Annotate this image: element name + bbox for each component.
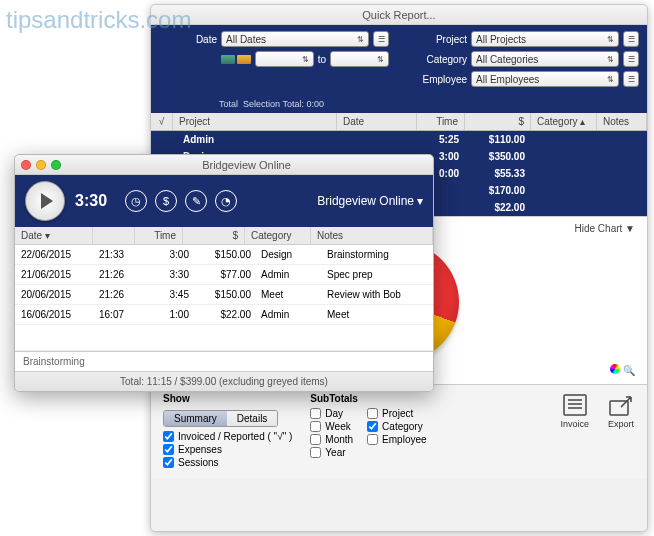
export-button[interactable]: Export bbox=[607, 393, 635, 429]
list-icon[interactable]: ☰ bbox=[623, 51, 639, 67]
chevron-down-icon: ▾ bbox=[417, 194, 423, 208]
options-panel: Show Summary Details Invoiced / Reported… bbox=[151, 385, 647, 478]
show-heading: Show bbox=[163, 393, 292, 404]
close-icon[interactable] bbox=[21, 160, 31, 170]
zoom-icon[interactable] bbox=[51, 160, 61, 170]
col-amount[interactable]: $ bbox=[183, 227, 245, 244]
table-row[interactable]: 20/06/201521:263:45$150.00MeetReview wit… bbox=[15, 285, 433, 305]
col-project[interactable]: Project bbox=[173, 113, 337, 130]
chk-category[interactable]: Category bbox=[367, 421, 426, 432]
list-icon[interactable]: ☰ bbox=[373, 31, 389, 47]
table-row[interactable]: 21/06/201521:263:30$77.00AdminSpec prep bbox=[15, 265, 433, 285]
table-row[interactable]: 22/06/201521:333:00$150.00DesignBrainsto… bbox=[15, 245, 433, 265]
chevron-updown-icon: ⇅ bbox=[357, 35, 364, 44]
clock-icon[interactable]: ◷ bbox=[125, 190, 147, 212]
sort-asc-icon: ▴ bbox=[580, 116, 585, 127]
employee-label: Employee bbox=[409, 74, 467, 85]
chk-year[interactable]: Year bbox=[310, 447, 353, 458]
selection-total: Total Selection Total: 0:00 bbox=[151, 97, 647, 113]
watermark: tipsandtricks.com bbox=[6, 6, 191, 34]
chk-invoiced[interactable]: Invoiced / Reported ( "√" ) bbox=[163, 431, 292, 442]
filter-bar: Date All Dates⇅ ☰ ⇅ to ⇅ Project All Pro… bbox=[151, 25, 647, 97]
session-columns[interactable]: Date ▾ Time $ Category Notes bbox=[15, 227, 433, 245]
subtotals-heading: SubTotals bbox=[310, 393, 426, 404]
col-date[interactable]: Date bbox=[337, 113, 417, 130]
traffic-lights[interactable] bbox=[21, 160, 61, 170]
session-rows: 22/06/201521:333:00$150.00DesignBrainsto… bbox=[15, 245, 433, 351]
minimize-icon[interactable] bbox=[36, 160, 46, 170]
chk-project[interactable]: Project bbox=[367, 408, 426, 419]
table-row[interactable]: 16/06/201516:071:00$22.00AdminMeet bbox=[15, 305, 433, 325]
seg-details[interactable]: Details bbox=[227, 411, 278, 426]
to-label: to bbox=[318, 54, 326, 65]
invoice-button[interactable]: Invoice bbox=[560, 393, 589, 429]
date-label: Date bbox=[159, 34, 217, 45]
list-icon[interactable]: ☰ bbox=[623, 71, 639, 87]
sort-desc-icon: ▾ bbox=[45, 230, 50, 241]
category-select[interactable]: All Categories⇅ bbox=[471, 51, 619, 67]
project-label: Project bbox=[409, 34, 467, 45]
play-icon bbox=[41, 193, 53, 209]
col-category[interactable]: Category bbox=[245, 227, 311, 244]
report-columns[interactable]: √ Project Date Time $ Category ▴ Notes bbox=[151, 113, 647, 131]
window-title: Bridgeview Online bbox=[66, 159, 427, 171]
window-titlebar[interactable]: Bridgeview Online bbox=[15, 155, 433, 175]
chk-month[interactable]: Month bbox=[310, 434, 353, 445]
totals-footer: Total: 11:15 / $399.00 (excluding greyed… bbox=[15, 372, 433, 391]
timer-display: 3:30 bbox=[75, 192, 107, 210]
dollar-icon[interactable]: $ bbox=[155, 190, 177, 212]
col-category[interactable]: Category ▴ bbox=[531, 113, 597, 130]
credit-card-icon bbox=[221, 55, 251, 64]
edit-icon[interactable]: ✎ bbox=[185, 190, 207, 212]
date-from[interactable]: ⇅ bbox=[255, 51, 314, 67]
seg-summary[interactable]: Summary bbox=[164, 411, 227, 426]
category-label: Category bbox=[409, 54, 467, 65]
col-notes[interactable]: Notes bbox=[597, 113, 647, 130]
chk-sessions[interactable]: Sessions bbox=[163, 457, 292, 468]
list-icon[interactable]: ☰ bbox=[623, 31, 639, 47]
col-check[interactable]: √ bbox=[151, 113, 173, 130]
show-segment[interactable]: Summary Details bbox=[163, 410, 278, 427]
chk-day[interactable]: Day bbox=[310, 408, 353, 419]
color-wheel-icon[interactable] bbox=[610, 364, 620, 374]
project-select[interactable]: All Projects⇅ bbox=[471, 31, 619, 47]
date-to[interactable]: ⇅ bbox=[330, 51, 389, 67]
table-row: Admin5:25$110.00 bbox=[151, 131, 647, 148]
project-menu[interactable]: Bridgeview Online▾ bbox=[317, 194, 423, 208]
col-time[interactable]: Time bbox=[417, 113, 465, 130]
chk-employee[interactable]: Employee bbox=[367, 434, 426, 445]
chk-week[interactable]: Week bbox=[310, 421, 353, 432]
col-notes[interactable]: Notes bbox=[311, 227, 433, 244]
svg-rect-0 bbox=[564, 395, 586, 415]
window-title: Quick Report... bbox=[151, 5, 647, 25]
play-button[interactable] bbox=[25, 181, 65, 221]
timer-icon[interactable]: ◔ bbox=[215, 190, 237, 212]
export-icon bbox=[607, 393, 635, 417]
bridgeview-window: Bridgeview Online 3:30 ◷ $ ✎ ◔ Bridgevie… bbox=[14, 154, 434, 392]
col-time[interactable]: Time bbox=[135, 227, 183, 244]
magnify-icon[interactable]: 🔍 bbox=[623, 365, 635, 376]
employee-select[interactable]: All Employees⇅ bbox=[471, 71, 619, 87]
timer-toolbar: 3:30 ◷ $ ✎ ◔ Bridgeview Online▾ bbox=[15, 175, 433, 227]
chk-expenses[interactable]: Expenses bbox=[163, 444, 292, 455]
notes-input[interactable]: Brainstorming bbox=[15, 351, 433, 372]
col-amount[interactable]: $ bbox=[465, 113, 531, 130]
col-date[interactable]: Date ▾ bbox=[15, 227, 93, 244]
date-select[interactable]: All Dates⇅ bbox=[221, 31, 369, 47]
invoice-icon bbox=[561, 393, 589, 417]
